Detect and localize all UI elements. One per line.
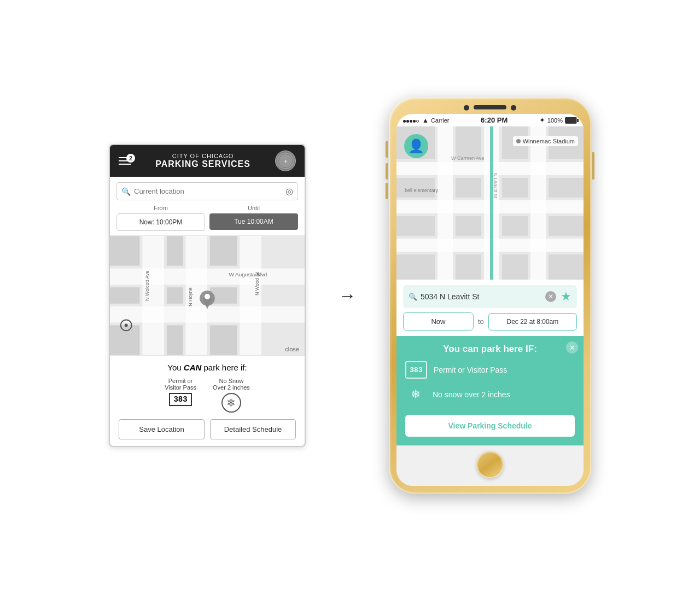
close-panel-button[interactable]: ✕ bbox=[566, 341, 578, 354]
to-label: to bbox=[478, 317, 484, 326]
address-search-icon: 🔍 bbox=[409, 293, 417, 301]
arrow-symbol: → bbox=[339, 286, 356, 306]
app-title: CITY OF CHICAGO PARKING SERVICES bbox=[155, 153, 250, 169]
svg-rect-18 bbox=[210, 325, 237, 355]
clear-search-button[interactable]: ✕ bbox=[545, 291, 556, 302]
action-buttons: Save Location Detailed Schedule bbox=[119, 419, 296, 439]
can-park-title: You CAN park here if: bbox=[119, 363, 296, 372]
title-bold: CAN bbox=[184, 363, 202, 372]
map-right[interactable]: ↑ W Carmen Ave N Leavitt St bell element… bbox=[396, 126, 584, 280]
svg-rect-48 bbox=[502, 254, 528, 280]
location-input[interactable] bbox=[134, 187, 285, 195]
speaker bbox=[474, 105, 506, 109]
svg-text:N Wood St: N Wood St bbox=[254, 272, 260, 296]
svg-rect-19 bbox=[110, 236, 139, 265]
condition-permit: Permit orVisitor Pass 383 bbox=[165, 378, 196, 413]
condition-permit-text: Permit or Visitor Pass bbox=[434, 366, 507, 374]
condition-snow: No SnowOver 2 inches ❄ bbox=[213, 378, 250, 413]
bluetooth-icon: ✦ bbox=[539, 116, 545, 124]
svg-rect-7 bbox=[110, 269, 305, 285]
iphone-top-bar bbox=[396, 105, 584, 111]
condition-snow-row: ❄ No snow over 2 inches bbox=[405, 384, 575, 405]
svg-point-26 bbox=[125, 323, 128, 327]
battery-percent: 100% bbox=[547, 117, 563, 124]
svg-rect-14 bbox=[210, 236, 237, 265]
home-button[interactable] bbox=[476, 451, 504, 478]
title-prefix: You bbox=[167, 363, 183, 372]
menu-button[interactable]: 2 bbox=[119, 157, 131, 165]
iphone-home-area bbox=[396, 445, 584, 486]
svg-rect-46 bbox=[396, 254, 435, 280]
search-area-right: 🔍 5034 N Leavitt St ✕ ★ Now to Dec 22 at… bbox=[396, 280, 584, 336]
from-col: From Now: 10:00PM bbox=[116, 205, 205, 231]
stadium-name: Winnemac Stadium bbox=[523, 138, 575, 144]
search-icon: 🔍 bbox=[121, 187, 131, 196]
bottom-panel-left: You CAN park here if: Permit orVisitor P… bbox=[110, 356, 305, 446]
until-time-button[interactable]: Tue 10:00AM bbox=[209, 213, 298, 230]
title-suffix: park here if: bbox=[201, 363, 247, 372]
profile-avatar[interactable]: 👤 bbox=[404, 134, 428, 158]
sensor bbox=[511, 105, 516, 111]
from-time-button[interactable]: Now: 10:00PM bbox=[116, 213, 205, 231]
save-location-button[interactable]: Save Location bbox=[119, 419, 205, 439]
parking-info-panel: ✕ You can park here IF: 383 Permit or Vi… bbox=[396, 336, 584, 445]
status-time: 6:20 PM bbox=[481, 116, 508, 124]
permit-badge: 383 bbox=[169, 393, 191, 406]
conditions-row: Permit orVisitor Pass 383 No SnowOver 2 … bbox=[119, 378, 296, 413]
svg-rect-43 bbox=[456, 216, 481, 236]
favorite-button[interactable]: ★ bbox=[561, 289, 571, 304]
svg-rect-47 bbox=[456, 254, 481, 280]
locate-icon[interactable]: ◎ bbox=[285, 186, 293, 196]
notification-badge: 2 bbox=[126, 154, 135, 163]
status-right: ✦ 100% bbox=[539, 116, 577, 124]
address-search-bar[interactable]: 🔍 5034 N Leavitt St ✕ ★ bbox=[403, 285, 577, 308]
panel-title: You can park here IF: bbox=[405, 344, 575, 355]
svg-text:bell elementary: bell elementary bbox=[405, 188, 439, 193]
svg-rect-35 bbox=[456, 126, 481, 159]
svg-text:N Leavitt St: N Leavitt St bbox=[493, 173, 498, 199]
svg-rect-50 bbox=[490, 126, 493, 280]
until-time-right[interactable]: Dec 22 at 8:00am bbox=[488, 313, 577, 331]
close-link[interactable]: close bbox=[285, 346, 299, 352]
snow-icon-right: ❄ bbox=[405, 384, 426, 405]
battery-fill bbox=[565, 118, 576, 123]
status-signal: ▲ Carrier bbox=[403, 117, 450, 124]
svg-text:W Augusta Blvd: W Augusta Blvd bbox=[229, 271, 267, 277]
app-name: PARKING SERVICES bbox=[155, 159, 250, 169]
iphone-screen: ▲ Carrier 6:20 PM ✦ 100% bbox=[396, 114, 584, 486]
svg-text:N Hoyne: N Hoyne bbox=[188, 287, 193, 306]
svg-rect-41 bbox=[549, 178, 584, 198]
time-row-right: Now to Dec 22 at 8:00am bbox=[403, 312, 577, 331]
svg-rect-31 bbox=[438, 126, 453, 280]
search-bar[interactable]: 🔍 ◎ bbox=[116, 182, 298, 200]
view-schedule-button[interactable]: View Parking Schedule bbox=[405, 415, 575, 437]
svg-text:⚜: ⚜ bbox=[283, 159, 287, 164]
address-text: 5034 N Leavitt St bbox=[421, 292, 545, 301]
svg-point-24 bbox=[205, 294, 210, 299]
svg-rect-20 bbox=[110, 287, 139, 304]
svg-rect-49 bbox=[549, 254, 584, 280]
front-camera bbox=[464, 105, 469, 111]
map-left[interactable]: W Augusta Blvd N Wolcott Ave N Hoyne N W… bbox=[110, 235, 305, 356]
time-selector: From Now: 10:00PM Until Tue 10:00AM bbox=[116, 205, 298, 231]
stadium-label: Winnemac Stadium bbox=[513, 136, 578, 146]
from-label: From bbox=[116, 205, 205, 211]
svg-rect-39 bbox=[456, 178, 481, 198]
snow-icon: ❄ bbox=[221, 393, 241, 413]
carrier-name: Carrier bbox=[431, 117, 450, 124]
until-col: Until Tue 10:00AM bbox=[209, 205, 298, 231]
condition-permit-label: Permit orVisitor Pass bbox=[165, 378, 196, 391]
detailed-schedule-button[interactable]: Detailed Schedule bbox=[210, 419, 296, 439]
user-icon: 👤 bbox=[408, 138, 424, 154]
svg-text:W Carmen Ave: W Carmen Ave bbox=[451, 155, 484, 161]
svg-text:N Wolcott Ave: N Wolcott Ave bbox=[144, 270, 150, 300]
stadium-dot bbox=[516, 139, 521, 143]
svg-rect-21 bbox=[110, 325, 139, 355]
svg-rect-13 bbox=[167, 236, 183, 265]
svg-rect-15 bbox=[167, 287, 183, 304]
battery-icon bbox=[565, 117, 577, 124]
right-phone: ▲ Carrier 6:20 PM ✦ 100% bbox=[389, 97, 591, 494]
city-name: CITY OF CHICAGO bbox=[155, 153, 250, 159]
svg-rect-45 bbox=[549, 216, 584, 236]
from-time-right[interactable]: Now bbox=[403, 312, 474, 331]
